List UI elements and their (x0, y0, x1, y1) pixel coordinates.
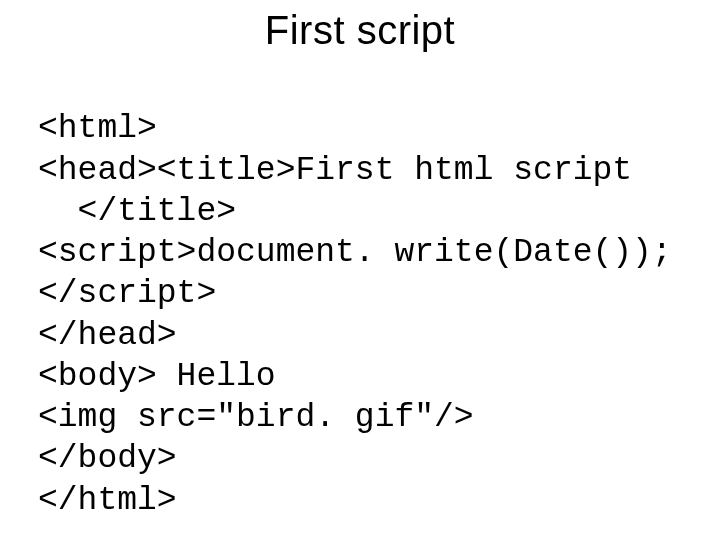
code-line: <body> Hello (38, 358, 276, 395)
slide: First script <html> <head><title>First h… (0, 0, 720, 540)
code-line: <html> (38, 110, 157, 147)
code-line: </body> (38, 440, 177, 477)
code-line: </html> (38, 482, 177, 519)
code-line: </script> (38, 275, 216, 312)
code-line: <img src="bird. gif"/> (38, 399, 474, 436)
code-line: <head><title>First html script (38, 152, 632, 189)
slide-title: First script (0, 8, 720, 53)
code-block: <html> <head><title>First html script </… (0, 67, 720, 540)
code-line: </head> (38, 317, 177, 354)
code-line: <script>document. write(Date()); (38, 234, 672, 271)
code-line: </title> (38, 193, 236, 230)
